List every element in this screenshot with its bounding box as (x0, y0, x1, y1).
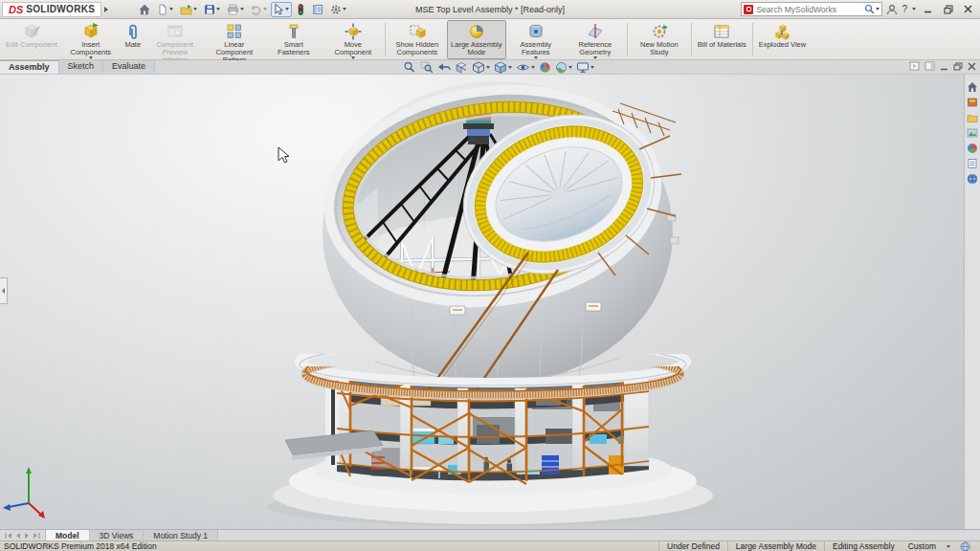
dropdown-arrow-icon (568, 66, 572, 69)
custom-properties-icon (967, 158, 978, 169)
tab-motion-study-1[interactable]: Motion Study 1 (144, 530, 218, 540)
doc-restore-icon[interactable] (953, 62, 963, 71)
doc-close-icon[interactable] (968, 62, 976, 71)
undo-button[interactable] (248, 2, 270, 17)
large-assembly-mode-button[interactable]: Large Assembly Mode (447, 20, 506, 59)
file-properties-button[interactable] (309, 2, 326, 17)
appearances-scenes-button[interactable] (966, 142, 979, 154)
first-tab-icon[interactable] (5, 532, 12, 540)
new-motion-study-icon (651, 23, 668, 40)
apply-scene-button[interactable] (554, 61, 573, 74)
hide-show-items-button[interactable] (515, 61, 536, 74)
options-button[interactable] (327, 2, 349, 17)
home-button[interactable] (136, 2, 153, 17)
design-library-icon (967, 97, 978, 108)
dropdown-arrow-icon (531, 66, 535, 69)
exploded-view-icon (773, 23, 791, 40)
print-button[interactable] (224, 2, 247, 17)
view-palette-button[interactable] (966, 126, 979, 139)
tab-3d-views[interactable]: 3D Views (90, 530, 145, 540)
rebuild-button[interactable] (293, 2, 308, 17)
smart-fasteners-button[interactable]: Smart Fasteners (264, 20, 323, 59)
featuremanager-collapse-tab[interactable] (0, 277, 8, 304)
open-button[interactable] (177, 2, 200, 17)
new-motion-study-button[interactable]: New Motion Study (630, 20, 689, 59)
status-editing-assembly: Editing Assembly (824, 541, 902, 551)
edit-component-icon (23, 23, 40, 40)
ribbon-separator (385, 23, 386, 56)
show-hidden-components-icon (409, 23, 426, 40)
solidworks-resources-button[interactable] (966, 80, 979, 93)
zoom-to-fit-button[interactable] (402, 61, 417, 74)
tab-model[interactable]: Model (46, 530, 90, 540)
bill-of-materials-button[interactable]: Bill of Materials (694, 20, 750, 59)
assembly-features-button[interactable]: Assembly Features (506, 20, 566, 59)
edit-appearance-button[interactable] (538, 61, 552, 74)
select-cursor-icon (274, 4, 284, 15)
search-box[interactable] (741, 2, 882, 16)
view-settings-button[interactable] (575, 61, 595, 74)
show-display-pane-icon[interactable] (924, 61, 935, 71)
bill-of-materials-icon (713, 23, 730, 40)
edit-appearance-icon (539, 61, 551, 74)
new-document-button[interactable] (154, 2, 176, 17)
insert-components-button[interactable]: Insert Components (61, 20, 121, 59)
tab-nav-buttons[interactable] (0, 530, 46, 540)
unit-system-selector[interactable]: Custom (908, 541, 936, 551)
zoom-to-area-button[interactable] (419, 61, 434, 74)
dropdown-arrow-icon (89, 56, 93, 59)
minimize-button[interactable] (920, 3, 936, 16)
view-orientation-button[interactable] (471, 61, 491, 74)
file-explorer-button[interactable] (966, 111, 979, 123)
linear-component-pattern-button[interactable]: Linear Component Pattern (205, 20, 264, 59)
edit-component-button[interactable]: Edit Component (2, 20, 61, 59)
dropdown-arrow-icon (240, 8, 244, 11)
graphics-viewport[interactable] (0, 75, 964, 529)
dropdown-arrow-icon (343, 8, 346, 11)
show-hidden-components-button[interactable]: Show Hidden Components (388, 20, 447, 59)
next-tab-icon[interactable] (24, 532, 30, 540)
dropdown-arrow-icon (351, 56, 355, 59)
status-bar: SOLIDWORKS Premium 2018 x64 Edition Unde… (0, 540, 980, 551)
last-tab-icon[interactable] (33, 532, 40, 540)
previous-view-button[interactable] (436, 61, 452, 74)
tab-evaluate[interactable]: Evaluate (103, 60, 155, 73)
search-icon[interactable] (864, 4, 875, 14)
custom-properties-button[interactable] (966, 157, 979, 169)
doc-minimize-icon[interactable] (940, 62, 948, 71)
title-bar: DS SOLIDWORKS (0, 0, 980, 19)
tab-assembly[interactable]: Assembly (0, 60, 59, 74)
mate-icon (124, 23, 142, 40)
design-library-button[interactable] (966, 96, 979, 108)
exploded-view-button[interactable]: Exploded View (755, 20, 810, 59)
restore-button[interactable] (940, 3, 956, 16)
user-account-icon[interactable] (886, 4, 898, 15)
section-view-button[interactable] (454, 61, 469, 74)
show-feature-pane-icon[interactable] (909, 61, 920, 71)
file-properties-icon (312, 4, 323, 15)
reference-geometry-button[interactable]: Reference Geometry (566, 20, 625, 59)
help-button[interactable]: ? (902, 4, 907, 14)
status-globe-icon[interactable] (960, 541, 970, 551)
solidworks-forum-button[interactable] (966, 172, 979, 185)
prev-tab-icon[interactable] (15, 532, 21, 540)
new-document-icon (157, 4, 168, 15)
dropdown-arrow-icon (169, 8, 173, 11)
dropdown-arrow-icon[interactable] (876, 8, 880, 11)
dropdown-arrow-icon[interactable] (947, 545, 950, 548)
display-style-button[interactable] (493, 61, 513, 74)
search-input[interactable] (756, 5, 864, 14)
close-button[interactable] (960, 3, 976, 16)
collapse-arrow-icon (2, 288, 5, 294)
menu-flyout-arrow-icon[interactable] (101, 3, 111, 16)
undo-icon (251, 4, 262, 15)
component-preview-window-button[interactable]: Component Preview Window (145, 20, 205, 59)
tab-sketch[interactable]: Sketch (59, 60, 104, 73)
zoom-to-area-icon (420, 61, 434, 74)
save-button[interactable] (201, 2, 223, 17)
dropdown-arrow-icon[interactable] (912, 8, 916, 11)
move-component-button[interactable]: Move Component (323, 20, 383, 59)
select-tool-button[interactable] (271, 2, 292, 17)
mate-button[interactable]: Mate (121, 20, 145, 59)
model-canvas[interactable] (0, 75, 964, 529)
